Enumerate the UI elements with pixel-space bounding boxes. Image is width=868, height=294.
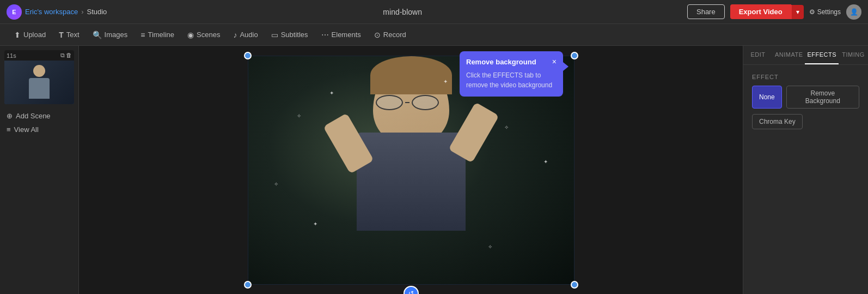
toolbar-images[interactable]: 🔍 Images (87, 28, 133, 42)
toolbar-audio-label: Audio (240, 31, 258, 39)
toolbar-record[interactable]: ⊙ Record (369, 28, 412, 42)
sparkle-4: ✧ (504, 124, 509, 130)
toolbar-text-label: Text (66, 31, 80, 39)
toolbar-elements[interactable]: ⋯ Elements (316, 28, 366, 42)
left-panel: 11s ⧉ 🗑 ⊕ Add Scene ≡ (0, 46, 79, 294)
right-panel-tabs: EDIT ANIMATE EFFECTS TIMING (743, 46, 868, 65)
toolbar-text[interactable]: T Text (53, 28, 84, 42)
person-figure (26, 65, 53, 100)
chroma-key-button[interactable]: Chroma Key (752, 114, 803, 129)
view-all-label: View All (14, 125, 39, 134)
toolbar-scenes-label: Scenes (197, 31, 220, 39)
sparkle-7: ✦ (543, 159, 548, 165)
toolbar-subtitles-label: Subtitles (281, 31, 308, 39)
toolbar-upload-label: Upload (23, 31, 46, 39)
handle-top-left[interactable] (244, 52, 252, 59)
sparkle-5: ✦ (313, 221, 317, 227)
handle-top-right[interactable] (571, 52, 578, 59)
right-panel-content: EFFECT None Remove Background Chroma Key (743, 65, 868, 294)
settings-button[interactable]: ⚙ Settings (809, 8, 841, 16)
sparkle-1: ✦ (329, 90, 334, 96)
elements-icon: ⋯ (321, 31, 329, 39)
workspace-avatar: E (7, 4, 22, 20)
toolbar-timeline-label: Timeline (148, 31, 174, 39)
copy-icon[interactable]: ⧉ (60, 52, 65, 59)
tab-effects[interactable]: EFFECTS (805, 46, 839, 64)
upload-icon: ⬆ (14, 31, 21, 39)
canvas-area[interactable]: ✦ ✧ ✦ ✧ ✦ ✧ ✦ ✧ ↺ Remove background × (79, 46, 743, 294)
list-icon: ≡ (7, 125, 11, 134)
sparkle-2: ✧ (297, 113, 301, 119)
scene-thumb-header: 11s ⧉ 🗑 (4, 50, 74, 61)
breadcrumb-current: Studio (87, 8, 107, 16)
sparkle-3: ✦ (443, 79, 448, 85)
tab-edit[interactable]: EDIT (743, 46, 773, 64)
handle-bottom-right[interactable] (571, 281, 578, 289)
timeline-icon: ≡ (140, 31, 145, 39)
delete-icon[interactable]: 🗑 (66, 52, 72, 59)
toolbar-audio[interactable]: ♪ Audio (228, 28, 263, 42)
gear-icon: ⚙ (809, 8, 815, 16)
tab-timing[interactable]: TIMING (839, 46, 868, 64)
tooltip-body: Click the EFFECTS tab to remove the vide… (466, 70, 557, 90)
settings-label: Settings (817, 8, 841, 16)
tooltip-title: Remove background (466, 58, 536, 66)
toolbar-scenes[interactable]: ◉ Scenes (182, 28, 225, 42)
tooltip-arrow (563, 62, 569, 71)
sparkle-6: ✧ (488, 244, 492, 250)
tooltip-popup: Remove background × Click the EFFECTS ta… (460, 51, 563, 97)
toolbar-elements-label: Elements (332, 31, 361, 39)
handle-bottom-left[interactable] (244, 281, 252, 289)
breadcrumb-separator: › (81, 8, 83, 16)
toolbar-upload[interactable]: ⬆ Upload (9, 28, 51, 42)
subtitles-icon: ▭ (271, 31, 278, 39)
record-icon: ⊙ (374, 31, 381, 39)
tooltip-popup-header: Remove background × (466, 58, 557, 66)
add-scene-label: Add Scene (16, 112, 51, 120)
workspace-link[interactable]: Eric's workspace (25, 8, 78, 16)
rotate-handle[interactable]: ↺ (404, 286, 419, 295)
images-icon: 🔍 (93, 31, 102, 39)
tooltip-close-button[interactable]: × (552, 58, 557, 65)
plus-icon: ⊕ (7, 112, 13, 120)
right-panel: EDIT ANIMATE EFFECTS TIMING EFFECT None … (743, 46, 868, 294)
workspace-info: E Eric's workspace › Studio (7, 4, 107, 20)
top-navigation: E Eric's workspace › Studio mind-blown S… (0, 0, 868, 24)
add-scene-button[interactable]: ⊕ Add Scene (4, 109, 74, 123)
toolbar-images-label: Images (105, 31, 128, 39)
main-content: 11s ⧉ 🗑 ⊕ Add Scene ≡ (0, 46, 868, 294)
text-icon: T (59, 31, 64, 39)
effect-section-label: EFFECT (752, 74, 859, 80)
effect-none-button[interactable]: None (752, 86, 782, 109)
audio-icon: ♪ (233, 31, 237, 39)
sparkle-8: ✧ (274, 181, 278, 187)
export-dropdown-button[interactable]: ▾ (791, 5, 804, 19)
scene-thumbnail[interactable]: 11s ⧉ 🗑 (4, 50, 74, 104)
tab-animate[interactable]: ANIMATE (773, 46, 805, 64)
export-button-group: Export Video ▾ (730, 4, 804, 19)
toolbar-record-label: Record (383, 31, 406, 39)
toolbar-subtitles[interactable]: ▭ Subtitles (266, 28, 314, 42)
effect-remove-bg-button[interactable]: Remove Background (786, 86, 859, 109)
user-avatar[interactable]: 👤 (846, 4, 861, 20)
toolbar: ⬆ Upload T Text 🔍 Images ≡ Timeline ◉ Sc… (0, 24, 868, 46)
toolbar-timeline[interactable]: ≡ Timeline (135, 28, 180, 42)
scenes-icon: ◉ (187, 31, 194, 39)
effect-buttons: None Remove Background (752, 86, 859, 109)
export-button[interactable]: Export Video (730, 4, 791, 19)
scene-thumb-actions: ⧉ 🗑 (60, 52, 72, 59)
scene-figure (4, 61, 74, 104)
share-button[interactable]: Share (687, 4, 725, 19)
top-nav-right: Share Export Video ▾ ⚙ Settings 👤 (687, 4, 861, 20)
view-all-button[interactable]: ≡ View All (4, 123, 74, 136)
scene-duration: 11s (7, 52, 16, 59)
scene-thumb-image (4, 61, 74, 104)
project-title: mind-blown (118, 8, 687, 16)
